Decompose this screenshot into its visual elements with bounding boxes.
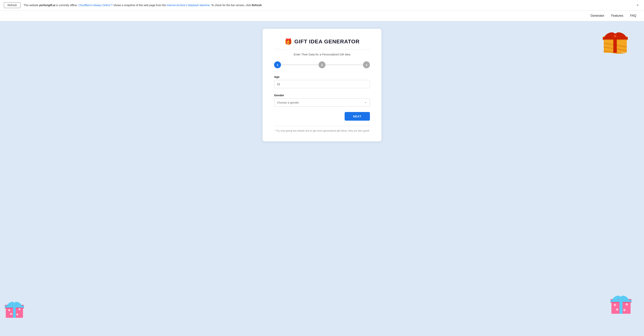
- svg-point-33: [620, 294, 630, 302]
- gender-field-group: Gender Choose a gender Male Female Other: [274, 94, 370, 107]
- card-subtitle: Enter Their Data for a Personalized Gift…: [274, 53, 370, 56]
- svg-point-2: [14, 310, 15, 312]
- banner-message: This website perfectgift.ai is currently…: [24, 3, 632, 7]
- step-1-circle: 1: [274, 61, 281, 68]
- svg-point-28: [623, 309, 626, 311]
- step-indicator: 1 2 3: [274, 61, 370, 68]
- svg-rect-8: [5, 306, 24, 308]
- gender-label: Gender: [274, 94, 370, 97]
- decorative-gift-right-top: [602, 29, 629, 54]
- nav-link-faq[interactable]: FAQ: [630, 14, 636, 18]
- svg-rect-23: [612, 302, 630, 314]
- step-3-circle: 3: [363, 61, 370, 68]
- svg-rect-12: [604, 39, 627, 53]
- svg-point-1: [8, 309, 10, 311]
- gift-emoji: 🎁: [284, 38, 292, 45]
- form-card: 🎁 GIFT IDEA GENERATOR Enter Their Data f…: [262, 29, 382, 141]
- step-2-circle: 2: [318, 61, 326, 68]
- svg-line-14: [604, 47, 627, 51]
- decorative-gift-left: [4, 298, 25, 319]
- svg-point-19: [604, 31, 616, 40]
- card-title-row: 🎁 GIFT IDEA GENERATOR: [274, 38, 370, 45]
- svg-rect-0: [6, 307, 23, 318]
- svg-point-26: [626, 303, 628, 305]
- offline-banner: Refresh This website perfectgift.ai is c…: [0, 0, 644, 11]
- nav-link-generator[interactable]: Generator: [590, 14, 604, 18]
- svg-point-11: [12, 303, 16, 306]
- svg-point-22: [614, 35, 616, 37]
- refresh-button[interactable]: Refresh: [4, 2, 20, 8]
- svg-rect-31: [610, 300, 632, 302]
- gender-select[interactable]: Choose a gender Male Female Other: [274, 98, 370, 107]
- age-label: Age: [274, 75, 370, 79]
- svg-point-9: [6, 301, 15, 308]
- svg-rect-30: [620, 299, 622, 314]
- svg-rect-17: [613, 37, 617, 53]
- page-body: 🎁 GIFT IDEA GENERATOR Enter Their Data f…: [0, 21, 644, 330]
- card-title: GIFT IDEA GENERATOR: [294, 39, 360, 45]
- svg-point-21: [612, 33, 618, 39]
- step-line-2: [326, 65, 363, 65]
- next-button[interactable]: NEXT: [344, 112, 370, 121]
- close-banner-button[interactable]: ×: [635, 3, 640, 7]
- svg-point-32: [612, 294, 621, 302]
- svg-point-3: [18, 308, 20, 310]
- main-nav: Generator Features FAQ: [0, 11, 644, 21]
- svg-rect-7: [13, 305, 16, 318]
- svg-point-25: [620, 305, 622, 307]
- next-button-row: NEXT: [274, 112, 370, 121]
- svg-point-20: [615, 31, 627, 40]
- cloudflare-link[interactable]: Cloudflare's Always Online™: [78, 4, 113, 7]
- nav-link-features[interactable]: Features: [611, 14, 623, 18]
- svg-point-4: [10, 313, 12, 315]
- svg-line-13: [604, 43, 627, 47]
- svg-rect-18: [603, 37, 628, 40]
- svg-point-34: [619, 296, 623, 301]
- age-field-group: Age: [274, 75, 370, 88]
- card-title-divider: [274, 49, 370, 49]
- svg-rect-6: [5, 305, 24, 308]
- archive-link[interactable]: Internet Archive's Wayback Machine: [166, 4, 210, 7]
- svg-rect-29: [610, 299, 632, 303]
- age-input[interactable]: [274, 80, 370, 88]
- svg-point-10: [14, 301, 22, 308]
- step-line-1: [281, 65, 318, 65]
- svg-rect-16: [603, 37, 628, 40]
- svg-point-5: [16, 313, 18, 315]
- svg-point-24: [614, 304, 616, 306]
- card-footer-text: * Try only giving few details first to g…: [274, 129, 370, 132]
- decorative-gift-right-bottom: [610, 292, 632, 315]
- svg-point-27: [616, 308, 618, 311]
- svg-line-15: [604, 51, 627, 54]
